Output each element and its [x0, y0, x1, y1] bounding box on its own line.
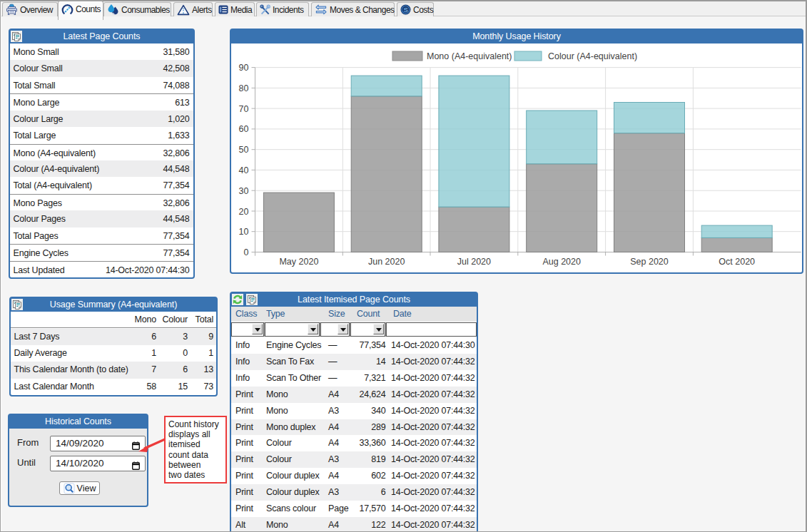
- svg-text:10: 10: [239, 227, 249, 237]
- svg-text:Sep 2020: Sep 2020: [630, 257, 669, 267]
- svg-text:Colour (A4-equivalent): Colour (A4-equivalent): [548, 51, 637, 61]
- svg-text:50: 50: [239, 145, 249, 155]
- svg-text:60: 60: [239, 124, 249, 134]
- svg-text:20: 20: [239, 207, 249, 217]
- svg-text:Oct 2020: Oct 2020: [719, 257, 755, 267]
- svg-text:30: 30: [239, 186, 249, 196]
- svg-text:Jul 2020: Jul 2020: [457, 257, 491, 267]
- svg-text:0: 0: [244, 247, 249, 257]
- svg-text:Jun 2020: Jun 2020: [368, 257, 405, 267]
- svg-text:70: 70: [239, 104, 249, 114]
- svg-text:Mono (A4-equivalent): Mono (A4-equivalent): [427, 51, 512, 61]
- svg-text:May 2020: May 2020: [279, 257, 318, 267]
- svg-text:S: S: [404, 6, 408, 14]
- svg-text:90: 90: [239, 63, 249, 73]
- svg-text:80: 80: [239, 83, 249, 93]
- svg-text:Aug 2020: Aug 2020: [542, 257, 581, 267]
- svg-text:40: 40: [239, 165, 249, 175]
